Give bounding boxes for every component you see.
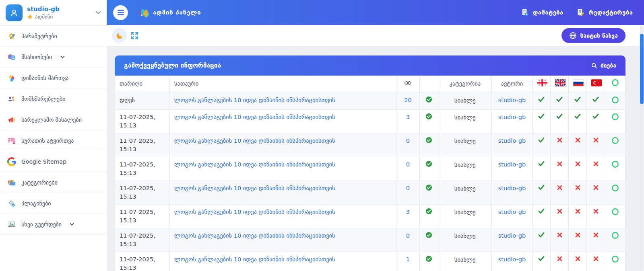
- check-icon: [538, 113, 545, 119]
- chevron-down-icon[interactable]: [95, 11, 101, 14]
- view-site-button[interactable]: საიტის ნახვა: [561, 28, 625, 43]
- sidebar-item-5[interactable]: სურათის ატვირთვა: [0, 130, 107, 151]
- row-category: სიახლე: [438, 92, 492, 109]
- sidebar-user-header[interactable]: studio-gb ადმინი: [0, 0, 107, 26]
- post-title-link[interactable]: ლოგოს განლაგების 10 იდეა დიზაინის ინსპირ…: [174, 138, 335, 144]
- column-lang-turkish[interactable]: [587, 76, 605, 92]
- ring-icon[interactable]: [611, 113, 619, 121]
- menu-toggle-button[interactable]: [113, 5, 128, 20]
- ring-icon[interactable]: [611, 96, 619, 104]
- add-button-label: დამატება: [533, 9, 564, 16]
- column-state[interactable]: [605, 76, 625, 92]
- megaphone-icon: [7, 115, 16, 124]
- cross-icon: [557, 185, 562, 190]
- cross-icon: [557, 161, 562, 166]
- column-lang-english[interactable]: [550, 76, 568, 92]
- sidebar-item-label: სარეკლამო მასალები: [21, 117, 82, 123]
- sidebar-item-4[interactable]: სარეკლამო მასალები: [0, 109, 107, 130]
- post-title-link[interactable]: ლოგოს განლაგების 10 იდეა დიზაინის ინსპირ…: [174, 209, 335, 215]
- check-icon: [556, 113, 563, 119]
- views-count-link[interactable]: 0: [406, 232, 410, 239]
- document-edit-icon: [576, 8, 585, 17]
- author-link[interactable]: studio-gb: [498, 161, 526, 168]
- column-lang-georgian[interactable]: [532, 76, 550, 92]
- post-title-link[interactable]: ლოგოს განლაგების 10 იდეა დიზაინის ინსპირ…: [174, 97, 335, 103]
- post-title-link[interactable]: ლოგოს განლაგების 10 იდეა დიზაინის ინსპირ…: [174, 161, 335, 168]
- published-badge-icon: [425, 255, 432, 262]
- author-link[interactable]: studio-gb: [498, 114, 526, 120]
- views-count-link[interactable]: 3: [406, 209, 410, 215]
- views-count-link[interactable]: 0: [406, 138, 410, 144]
- author-link[interactable]: studio-gb: [498, 185, 526, 191]
- user-role: ადმინი: [35, 14, 53, 20]
- sidebar-item-7[interactable]: კატეგორიები: [0, 172, 107, 193]
- user-avatar: [6, 4, 23, 21]
- table-row: 11-07-2025, 15:13ლოგოს განლაგების 10 იდე…: [115, 228, 625, 252]
- post-title-link[interactable]: ლოგოს განლაგების 10 იდეა დიზაინის ინსპირ…: [174, 232, 335, 239]
- chevron-down-icon: [58, 53, 67, 62]
- dark-mode-toggle[interactable]: [112, 28, 127, 43]
- check-icon: [538, 161, 545, 166]
- column-lang-russian[interactable]: [569, 76, 587, 92]
- sidebar-item-8[interactable]: პლაგინები: [0, 193, 107, 214]
- sidebar-item-3[interactable]: მომხმარებლები: [0, 88, 107, 109]
- ring-icon[interactable]: [611, 137, 619, 144]
- column-title[interactable]: სათაური: [169, 76, 396, 92]
- row-date: 11-07-2025, 15:13: [115, 109, 170, 133]
- google-icon: [7, 157, 16, 166]
- sidebar-item-label: მომხმარებლები: [21, 96, 65, 102]
- sidebar-item-2[interactable]: დიზაინის მართვა: [0, 68, 107, 88]
- published-badge-icon: [425, 160, 432, 167]
- published-badge-icon: [425, 96, 432, 103]
- users-icon: [7, 94, 16, 103]
- page-scrollbar-thumb[interactable]: [640, 34, 644, 104]
- add-button[interactable]: დამატება: [520, 8, 564, 17]
- author-link[interactable]: studio-gb: [498, 232, 526, 239]
- views-count-link[interactable]: 3: [406, 114, 410, 120]
- column-author[interactable]: ავტორი: [492, 76, 533, 92]
- author-link[interactable]: studio-gb: [498, 138, 526, 144]
- check-icon: [574, 113, 581, 119]
- column-category[interactable]: კატეგორია: [438, 76, 492, 92]
- sidebar-item-9[interactable]: სხვა გვერდები: [0, 214, 107, 235]
- views-count-link[interactable]: 0: [406, 161, 410, 168]
- author-link[interactable]: studio-gb: [498, 209, 526, 215]
- row-category: სიახლე: [438, 181, 492, 204]
- column-status[interactable]: [420, 76, 438, 92]
- cross-icon: [575, 138, 580, 143]
- views-count-link[interactable]: 1: [406, 256, 410, 263]
- row-date: 11-07-2025, 15:13: [115, 157, 170, 181]
- ring-icon[interactable]: [611, 208, 619, 216]
- column-views[interactable]: [396, 76, 419, 92]
- column-date[interactable]: თარიღი: [115, 76, 170, 92]
- ring-icon[interactable]: [611, 184, 619, 192]
- sidebar-item-0[interactable]: პარამეტრები: [0, 26, 107, 47]
- cross-icon: [575, 232, 580, 238]
- check-icon: [538, 256, 545, 261]
- expand-icon[interactable]: [130, 31, 139, 40]
- sidebar-item-6[interactable]: Google Sitemap: [0, 151, 107, 172]
- view-site-label: საიტის ნახვა: [580, 33, 618, 39]
- author-link[interactable]: studio-gb: [498, 97, 526, 103]
- author-link[interactable]: studio-gb: [498, 256, 526, 263]
- post-title-link[interactable]: ლოგოს განლაგების 10 იდეა დიზაინის ინსპირ…: [174, 256, 335, 263]
- table-row: 11-07-2025, 15:13ლოგოს განლაგების 10 იდე…: [115, 252, 625, 271]
- cross-icon: [575, 256, 580, 261]
- sidebar-item-1[interactable]: მსახიობები: [0, 47, 107, 68]
- ring-icon[interactable]: [611, 255, 619, 263]
- views-count-link[interactable]: 20: [404, 97, 411, 103]
- sidebar-item-label: სურათის ატვირთვა: [21, 138, 74, 144]
- views-count-link[interactable]: 0: [406, 185, 410, 191]
- row-category: სიახლე: [438, 109, 492, 133]
- row-date: 11-07-2025, 15:13: [115, 204, 170, 228]
- post-title-link[interactable]: ლოგოს განლაგების 10 იდეა დიზაინის ინსპირ…: [174, 185, 335, 191]
- published-badge-icon: [425, 113, 432, 120]
- design-drops-icon: [7, 74, 16, 82]
- flag-georgia-icon: [537, 79, 547, 86]
- flag-russia-icon: [573, 79, 584, 86]
- edit-button[interactable]: რედაქტირება: [576, 8, 633, 17]
- search-button[interactable]: ძიება: [591, 62, 616, 69]
- post-title-link[interactable]: ლოგოს განლაგების 10 იდეა დიზაინის ინსპირ…: [174, 114, 335, 120]
- ring-icon[interactable]: [611, 232, 619, 239]
- ring-icon[interactable]: [611, 160, 619, 168]
